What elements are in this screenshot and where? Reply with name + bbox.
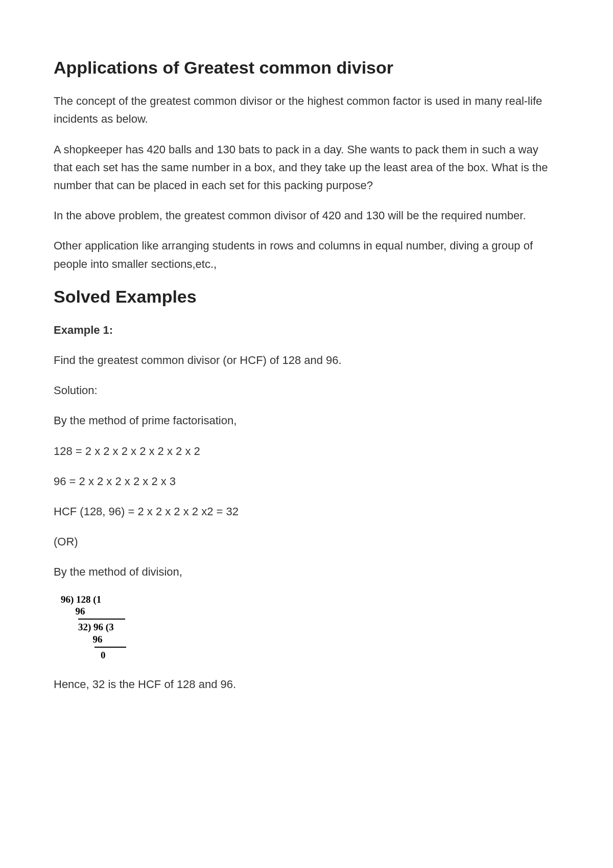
factorisation-128: 128 = 2 x 2 x 2 x 2 x 2 x 2 x 2 [54,442,559,460]
factorisation-96: 96 = 2 x 2 x 2 x 2 x 2 x 3 [54,472,559,490]
division-row-3: 32) 96 (3 [61,621,559,633]
conclusion: Hence, 32 is the HCF of 128 and 96. [54,675,559,693]
hcf-result: HCF (128, 96) = 2 x 2 x 2 x 2 x2 = 32 [54,502,559,520]
division-row-1: 96) 128 (1 [61,593,559,606]
paragraph-intro: The concept of the greatest common divis… [54,92,559,128]
or-separator: (OR) [54,533,559,551]
paragraph-other-applications: Other application like arranging student… [54,237,559,272]
division-row-5: 0 [61,649,559,661]
division-row-2: 96 [61,605,559,618]
heading-applications: Applications of Greatest common divisor [54,56,559,79]
method-prime-factorisation: By the method of prime factorisation, [54,412,559,429]
division-row-4: 96 [61,633,559,646]
example-1-label: Example 1: [54,321,559,339]
long-division-work: 96) 128 (1 96 32) 96 (3 96 0 [61,593,559,661]
method-division: By the method of division, [54,563,559,581]
division-rule-1 [78,619,125,620]
division-rule-2 [95,647,126,648]
example-1-question: Find the greatest common divisor (or HCF… [54,351,559,369]
document-page: Applications of Greatest common divisor … [0,0,613,868]
heading-solved-examples: Solved Examples [54,285,559,308]
paragraph-shopkeeper-problem: A shopkeeper has 420 balls and 130 bats … [54,141,559,195]
solution-label: Solution: [54,381,559,399]
paragraph-gcd-explanation: In the above problem, the greatest commo… [54,207,559,224]
